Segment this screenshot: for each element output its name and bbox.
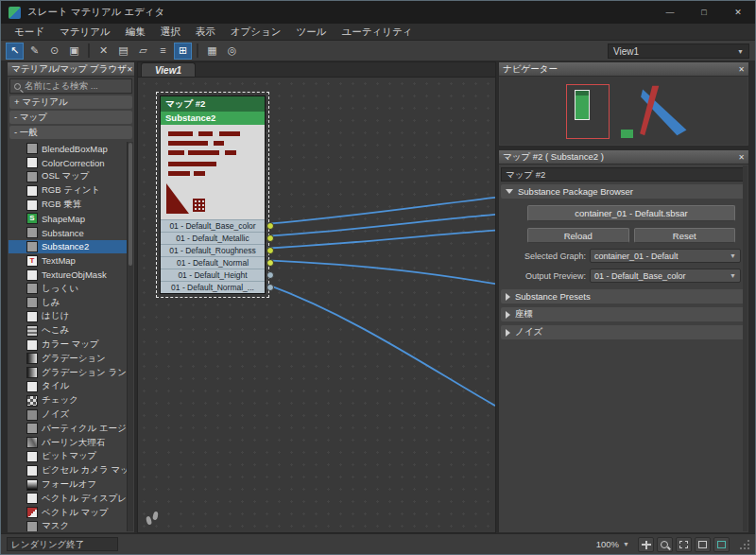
map-list-item[interactable]: TextMap bbox=[9, 253, 127, 268]
map-list-item[interactable]: はじけ bbox=[9, 310, 127, 324]
close-icon[interactable]: ✕ bbox=[127, 65, 133, 74]
output-socket-icon[interactable] bbox=[266, 284, 274, 291]
close-button[interactable]: ✕ bbox=[721, 1, 755, 24]
node-subtitle: Substance2 bbox=[161, 112, 265, 125]
navigator-minimap[interactable] bbox=[500, 77, 747, 145]
layout-children-button[interactable]: ⊞ bbox=[174, 43, 192, 60]
navigator-title: ナビゲーター bbox=[503, 63, 558, 76]
output-slot[interactable]: 01 - Default_Height bbox=[161, 269, 265, 281]
zoom-region-icon[interactable] bbox=[676, 537, 692, 552]
map-list-item[interactable]: グラデーション ランプ bbox=[9, 366, 127, 380]
browser-scrollbar[interactable] bbox=[127, 142, 133, 531]
pan-icon[interactable] bbox=[638, 537, 654, 552]
output-socket-icon[interactable] bbox=[266, 259, 274, 267]
options-button[interactable]: ◎ bbox=[223, 43, 241, 60]
close-icon[interactable]: ✕ bbox=[738, 65, 745, 74]
layout-all-button[interactable]: ≡ bbox=[154, 43, 172, 60]
output-socket-icon[interactable] bbox=[266, 234, 274, 242]
menu-item[interactable]: オプション bbox=[223, 25, 289, 40]
map-list-item[interactable]: ピクセル カメラ マップ bbox=[9, 463, 127, 477]
select-tool-button[interactable]: ↖ bbox=[6, 43, 24, 60]
output-slot[interactable]: 01 - Default_Normal bbox=[161, 256, 265, 269]
substance2-node[interactable]: マップ #2 Substance2 01 - Default_Base_colo… bbox=[161, 96, 265, 293]
map-list-item[interactable]: BlendedBoxMap bbox=[9, 142, 127, 156]
map-list-item[interactable]: TextureObjMask bbox=[9, 268, 127, 282]
menu-item[interactable]: マテリアル bbox=[52, 25, 118, 40]
hide-unused-nodeslots-button[interactable]: ▤ bbox=[114, 43, 132, 60]
menu-item[interactable]: モード bbox=[7, 25, 52, 40]
rollout-header[interactable]: 座標 bbox=[501, 307, 747, 321]
resize-grip[interactable] bbox=[738, 539, 749, 550]
map-list-item[interactable]: ベクトル ディスプレイ ... bbox=[9, 492, 127, 506]
material-id-channel-button[interactable]: ▦ bbox=[203, 43, 221, 60]
map-list-item[interactable]: ベクトル マップ bbox=[9, 506, 127, 520]
map-list-item[interactable]: タイル bbox=[9, 380, 127, 394]
map-list-item[interactable]: パーリン大理石 bbox=[9, 436, 127, 450]
map-list-item[interactable]: カラー マップ bbox=[9, 338, 127, 352]
menu-item[interactable]: 編集 bbox=[118, 25, 153, 40]
reset-button[interactable]: Reset bbox=[634, 228, 736, 243]
map-list-item[interactable]: しっくい bbox=[9, 282, 127, 296]
reload-button[interactable]: Reload bbox=[527, 228, 629, 243]
map-list-item[interactable]: RGB ティント bbox=[9, 183, 127, 198]
node-canvas[interactable]: マップ #2 Substance2 01 - Default_Base_colo… bbox=[138, 78, 495, 532]
map-list-item[interactable]: マスク bbox=[9, 520, 127, 531]
rollout-substance-package-browser[interactable]: Substance Package Browser bbox=[501, 184, 747, 199]
output-slot[interactable]: 01 - Default_Base_color bbox=[161, 219, 265, 232]
group-general[interactable]: - 一般 bbox=[9, 126, 132, 139]
map-list-item[interactable]: フォールオフ bbox=[9, 477, 127, 492]
pick-material-button[interactable]: ✎ bbox=[26, 43, 43, 60]
map-list-item[interactable]: しみ bbox=[9, 296, 127, 310]
move-children-button[interactable]: ▱ bbox=[134, 43, 152, 60]
menu-item[interactable]: 選択 bbox=[153, 25, 188, 40]
map-list-item[interactable]: Substance bbox=[9, 226, 127, 240]
map-list-item[interactable]: Substance2 bbox=[9, 240, 127, 254]
output-socket-icon[interactable] bbox=[266, 222, 274, 230]
menu-item[interactable]: ユーティリティ bbox=[334, 25, 420, 40]
minimize-button[interactable]: — bbox=[653, 1, 687, 24]
output-socket-icon[interactable] bbox=[266, 271, 274, 279]
zoom-extents-selected-icon[interactable] bbox=[713, 537, 730, 552]
map-thumbnail-icon bbox=[26, 381, 38, 392]
node-name-field[interactable]: マップ #2 bbox=[501, 167, 747, 182]
search-input[interactable]: 名前による検索 ... bbox=[9, 78, 132, 94]
assign-material-button[interactable]: ⊙ bbox=[45, 43, 63, 60]
package-file-button[interactable]: container_01 - Default.sbsar bbox=[527, 205, 735, 221]
parameters-scrollbar[interactable] bbox=[743, 165, 747, 531]
maximize-button[interactable]: □ bbox=[687, 1, 721, 24]
toolbar-separator bbox=[197, 43, 198, 58]
map-list-item[interactable]: グラデーション bbox=[9, 352, 127, 366]
menu-item[interactable]: 表示 bbox=[188, 25, 223, 40]
map-list-item[interactable]: へこみ bbox=[9, 323, 127, 338]
map-list-item[interactable]: ColorCorrection bbox=[9, 156, 127, 170]
map-thumbnail-icon bbox=[26, 395, 38, 407]
zoom-level-select[interactable]: 100% ▼ bbox=[593, 538, 633, 550]
output-slot[interactable]: 01 - Default_Metallic bbox=[161, 232, 265, 244]
selected-graph-select[interactable]: container_01 - Default ▼ bbox=[590, 249, 741, 263]
zoom-icon[interactable] bbox=[657, 537, 673, 552]
zoom-extents-icon[interactable] bbox=[695, 537, 711, 552]
rollout-header[interactable]: Substance Presets bbox=[501, 289, 747, 304]
rollout-header[interactable]: ノイズ bbox=[501, 325, 747, 339]
view-tab[interactable]: View1 bbox=[141, 62, 196, 77]
delete-selected-button[interactable]: ✕ bbox=[94, 43, 112, 60]
output-preview-select[interactable]: 01 - Default_Base_color ▼ bbox=[590, 269, 741, 283]
map-list-item[interactable]: OSL マップ bbox=[9, 170, 127, 184]
output-slot[interactable]: 01 - Default_Normal_... bbox=[161, 281, 265, 293]
output-slot[interactable]: 01 - Default_Roughness bbox=[161, 244, 265, 256]
map-list-item[interactable]: ShapeMap bbox=[9, 212, 127, 226]
map-list-item[interactable]: ピットマップ bbox=[9, 450, 127, 464]
map-list-item[interactable]: パーティクル エージ bbox=[9, 422, 127, 436]
map-list-item[interactable]: チェック bbox=[9, 393, 127, 408]
show-map-in-viewport-button[interactable]: ▣ bbox=[65, 43, 83, 60]
scrollbar-thumb[interactable] bbox=[129, 143, 132, 266]
close-icon[interactable]: ✕ bbox=[738, 153, 745, 162]
map-list-item[interactable]: RGB 乗算 bbox=[9, 198, 127, 212]
wire bbox=[267, 285, 495, 406]
active-view-selector[interactable]: View1 ▼ bbox=[608, 43, 749, 59]
map-list-item[interactable]: ノイズ bbox=[9, 408, 127, 422]
menu-item[interactable]: ツール bbox=[288, 25, 334, 40]
group-maps[interactable]: - マップ bbox=[9, 111, 132, 124]
group-materials[interactable]: + マテリアル bbox=[9, 95, 132, 109]
output-socket-icon[interactable] bbox=[266, 247, 274, 254]
